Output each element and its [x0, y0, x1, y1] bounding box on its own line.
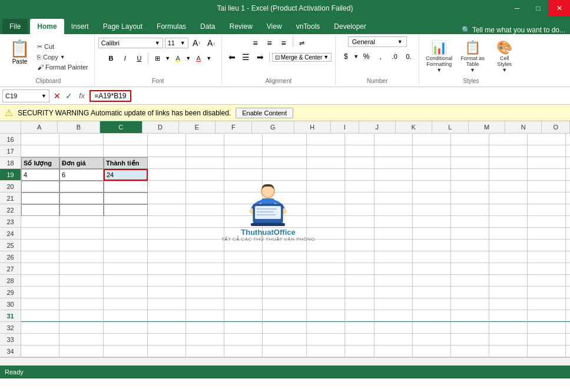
col-header-G[interactable]: G	[252, 121, 294, 133]
cell-B22[interactable]	[59, 204, 104, 216]
cell-N20[interactable]	[528, 181, 566, 192]
cell-M25[interactable]	[489, 240, 528, 251]
col-header-H[interactable]: H	[294, 121, 331, 133]
cell-D28[interactable]	[148, 275, 186, 287]
cell-I33[interactable]	[345, 334, 375, 346]
cell-J31[interactable]	[375, 310, 413, 322]
cell-L20[interactable]	[451, 181, 489, 192]
cell-F25[interactable]	[224, 240, 263, 251]
align-left-button[interactable]: ⬅	[226, 51, 238, 64]
tab-page-layout[interactable]: Page Layout	[96, 19, 150, 34]
cell-A26[interactable]	[21, 251, 59, 263]
percent-button[interactable]: %	[360, 50, 373, 63]
row-26[interactable]: 26	[0, 251, 21, 263]
cell-F34[interactable]	[224, 346, 263, 357]
cell-B31[interactable]	[59, 310, 104, 322]
cell-K30[interactable]	[413, 298, 451, 310]
cell-E34[interactable]	[186, 346, 224, 357]
row-20[interactable]: 20	[0, 181, 21, 192]
cell-L25[interactable]	[451, 240, 489, 251]
paste-button[interactable]: 📋 Paste	[6, 36, 34, 77]
cell-J24[interactable]	[375, 228, 413, 240]
cell-B28[interactable]	[59, 275, 104, 287]
cell-K17[interactable]	[413, 145, 451, 157]
cell-G29[interactable]	[263, 287, 307, 298]
cell-O19[interactable]	[566, 169, 570, 181]
cell-N18[interactable]	[528, 157, 566, 169]
cell-O22[interactable]	[566, 204, 570, 216]
align-right-button[interactable]: ➡	[254, 51, 267, 64]
cell-C23[interactable]	[104, 216, 148, 228]
cell-H23[interactable]	[307, 216, 345, 228]
row-27[interactable]: 27	[0, 263, 21, 275]
cell-F29[interactable]	[224, 287, 263, 298]
decrease-decimal-button[interactable]: 0.	[402, 50, 415, 63]
font-color-dropdown[interactable]: ▼	[206, 55, 211, 61]
cell-I26[interactable]	[345, 251, 375, 263]
cell-C34[interactable]	[104, 346, 148, 357]
cell-H33[interactable]	[307, 334, 345, 346]
cell-K29[interactable]	[413, 287, 451, 298]
cell-A30[interactable]	[21, 298, 59, 310]
col-header-D[interactable]: D	[142, 121, 179, 133]
cell-B29[interactable]	[59, 287, 104, 298]
cell-J20[interactable]	[375, 181, 413, 192]
cell-F19[interactable]	[224, 169, 263, 181]
cell-N19[interactable]	[528, 169, 566, 181]
cell-I27[interactable]	[345, 263, 375, 275]
cell-C18[interactable]: Thành tiền	[104, 157, 148, 169]
cell-A23[interactable]	[21, 216, 59, 228]
currency-button[interactable]: $	[339, 50, 352, 63]
cell-F24[interactable]	[224, 228, 263, 240]
cell-B19[interactable]: 6	[59, 169, 104, 181]
cell-E27[interactable]	[186, 263, 224, 275]
row-24[interactable]: 24	[0, 228, 21, 240]
cell-D21[interactable]	[148, 192, 186, 204]
cell-F17[interactable]	[224, 145, 263, 157]
cell-B33[interactable]	[59, 334, 104, 346]
cell-K23[interactable]	[413, 216, 451, 228]
cell-A33[interactable]	[21, 334, 59, 346]
cell-I31[interactable]	[345, 310, 375, 322]
row-33[interactable]: 33	[0, 334, 21, 346]
wrap-text-button[interactable]: ⇌	[296, 36, 309, 49]
merge-dropdown[interactable]: ▼	[323, 54, 329, 60]
cell-I28[interactable]	[345, 275, 375, 287]
cell-D29[interactable]	[148, 287, 186, 298]
cell-G21[interactable]	[263, 192, 307, 204]
cell-J18[interactable]	[375, 157, 413, 169]
cell-D26[interactable]	[148, 251, 186, 263]
cell-L22[interactable]	[451, 204, 489, 216]
cell-O30[interactable]	[566, 298, 570, 310]
cell-F20[interactable]	[224, 181, 263, 192]
font-size-dropdown[interactable]: ▼	[180, 40, 185, 46]
cell-J34[interactable]	[375, 346, 413, 357]
cell-G17[interactable]	[263, 145, 307, 157]
cell-K20[interactable]	[413, 181, 451, 192]
cell-C21[interactable]	[104, 192, 148, 204]
cell-O33[interactable]	[566, 334, 570, 346]
cell-M31[interactable]	[489, 310, 528, 322]
cell-A24[interactable]	[21, 228, 59, 240]
cell-M34[interactable]	[489, 346, 528, 357]
cell-L29[interactable]	[451, 287, 489, 298]
col-header-N[interactable]: N	[505, 121, 542, 133]
tab-formulas[interactable]: Formulas	[150, 19, 193, 34]
cell-L23[interactable]	[451, 216, 489, 228]
tab-home[interactable]: Home	[30, 19, 64, 34]
cell-J23[interactable]	[375, 216, 413, 228]
cell-B16[interactable]	[59, 134, 104, 145]
cell-I19[interactable]	[345, 169, 375, 181]
cell-G19[interactable]	[263, 169, 307, 181]
cell-C32[interactable]	[104, 322, 148, 334]
cell-M33[interactable]	[489, 334, 528, 346]
cell-O18[interactable]	[566, 157, 570, 169]
cell-D23[interactable]	[148, 216, 186, 228]
cell-G18[interactable]	[263, 157, 307, 169]
cell-N24[interactable]	[528, 228, 566, 240]
cell-A32[interactable]	[21, 322, 59, 334]
cell-A20[interactable]	[21, 181, 59, 192]
cell-H26[interactable]	[307, 251, 345, 263]
cell-J22[interactable]	[375, 204, 413, 216]
cell-L21[interactable]	[451, 192, 489, 204]
